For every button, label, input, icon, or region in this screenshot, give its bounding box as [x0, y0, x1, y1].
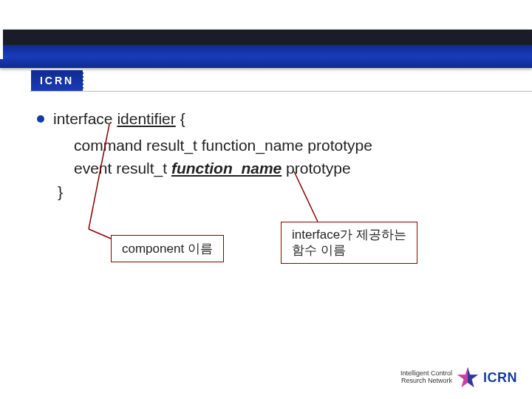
icrn-tab: ICRN — [31, 70, 83, 91]
code-line-2: event result_t function_name prototype — [74, 157, 510, 180]
brace-open: { — [180, 110, 185, 127]
callout-left: component 이름 — [111, 235, 224, 262]
kw-interface: interface — [53, 110, 113, 127]
code-block: command result_t function_name prototype… — [74, 134, 510, 180]
callout-right-line2: 함수 이름 — [292, 242, 406, 258]
header-bar — [0, 30, 532, 68]
footer-logo: Intelligent Control Resurch Network ICRN — [400, 366, 517, 389]
brace-close: } — [58, 180, 510, 204]
callout-left-text: component 이름 — [122, 242, 213, 256]
kw-identifier: identifier — [117, 110, 175, 127]
footer-line2: Resurch Network — [400, 378, 452, 385]
footer-text: Intelligent Control Resurch Network — [400, 370, 452, 385]
bullet-row: interface identifier { — [37, 107, 510, 131]
icrn-tab-label: ICRN — [40, 75, 74, 86]
svg-marker-4 — [468, 368, 478, 387]
header-underline — [30, 91, 532, 92]
callout-right-line1: interface가 제공하는 — [292, 228, 406, 242]
code-line-1: command result_t function_name prototype — [74, 134, 510, 157]
slide-content: interface identifier { command result_t … — [37, 107, 510, 203]
code-line2-emph: function_name — [171, 160, 282, 177]
bullet-icon — [37, 115, 44, 123]
code-line2-prefix: event result_t — [74, 160, 171, 177]
header-accent — [0, 30, 3, 59]
star-icon — [457, 366, 479, 389]
code-line2-suffix: prototype — [282, 160, 350, 177]
callout-right: interface가 제공하는 함수 이름 — [281, 222, 417, 264]
footer-brand: ICRN — [483, 370, 517, 386]
